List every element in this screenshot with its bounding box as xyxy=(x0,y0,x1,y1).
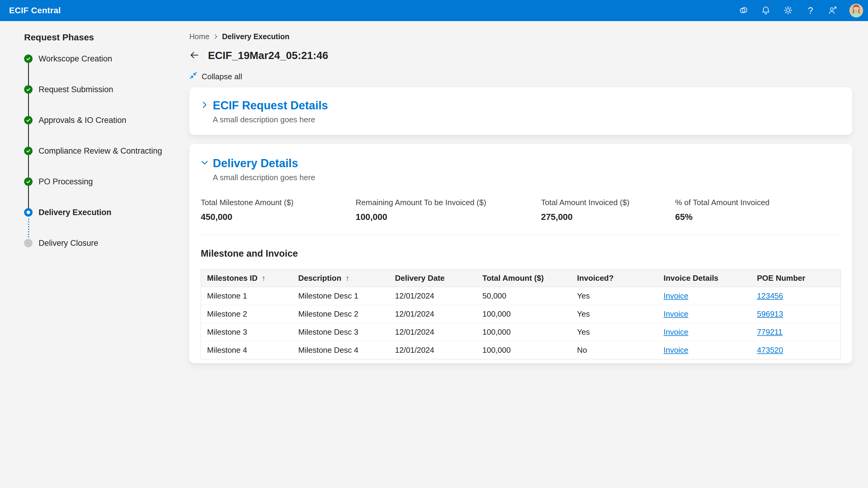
table-row-milestone-4: Milestone 4 Milestone Desc 4 12/01/2024 … xyxy=(201,341,841,359)
breadcrumb: Home Delivery Execution xyxy=(189,21,852,41)
arrow-left-icon xyxy=(189,50,199,61)
column-header-description[interactable]: Description↑ xyxy=(292,270,389,287)
request-phases-sidebar: Request Phases Workscope Creation Reques… xyxy=(0,21,181,258)
breadcrumb-home-link[interactable]: Home xyxy=(189,32,210,41)
delivery-metrics: Total Milestone Amount ($) 450,000 Remai… xyxy=(201,198,841,222)
back-button[interactable] xyxy=(189,50,200,61)
avatar-image xyxy=(849,4,863,18)
collapse-arrows-icon xyxy=(189,71,197,82)
sort-ascending-icon: ↑ xyxy=(346,274,350,282)
chevron-right-icon xyxy=(201,101,209,110)
milestone-table-title: Milestone and Invoice xyxy=(201,248,841,259)
card-subtitle: A small description goes here xyxy=(213,173,841,182)
card-title: ECIF Request Details xyxy=(213,99,328,112)
sort-ascending-icon: ↑ xyxy=(262,274,266,282)
collapse-all-button[interactable]: Collapse all xyxy=(189,72,242,82)
main-content: Home Delivery Execution ECIF_19Mar24_05:… xyxy=(189,21,852,363)
poe-number-link[interactable]: 779211 xyxy=(757,327,783,336)
notifications-button[interactable] xyxy=(760,5,772,16)
milestone-invoice-table: Milestones ID↑ Description↑ Delivery Dat… xyxy=(201,269,841,359)
breadcrumb-current: Delivery Execution xyxy=(222,32,290,41)
page-title: ECIF_19Mar24_05:21:46 xyxy=(208,48,328,63)
step-compliance-review-contracting[interactable]: Compliance Review & Contracting xyxy=(24,135,181,166)
step-completed-check-icon xyxy=(24,177,33,186)
column-header-total-amount: Total Amount ($) xyxy=(476,270,571,287)
copilot-icon xyxy=(739,5,748,16)
table-row-milestone-3: Milestone 3 Milestone Desc 3 12/01/2024 … xyxy=(201,323,841,341)
help-button[interactable]: ? xyxy=(805,5,816,16)
chevron-down-icon xyxy=(201,159,209,168)
step-completed-check-icon xyxy=(24,85,33,94)
help-icon: ? xyxy=(808,6,813,15)
poe-number-link[interactable]: 123456 xyxy=(757,291,783,300)
page-title-row: ECIF_19Mar24_05:21:46 xyxy=(189,48,852,63)
app-title: ECIF Central xyxy=(9,6,61,15)
card-title: Delivery Details xyxy=(213,157,298,170)
metric-total-milestone-amount: Total Milestone Amount ($) 450,000 xyxy=(201,198,355,222)
collapse-all-label: Collapse all xyxy=(202,72,242,82)
invoice-link[interactable]: Invoice xyxy=(664,327,688,336)
column-header-invoice-details: Invoice Details xyxy=(658,270,751,287)
chevron-right-icon xyxy=(213,34,218,39)
step-completed-check-icon xyxy=(24,55,33,63)
column-header-invoiced: Invoiced? xyxy=(571,270,658,287)
step-delivery-execution[interactable]: Delivery Execution xyxy=(24,197,181,228)
ecif-request-details-card: ECIF Request Details A small description… xyxy=(189,87,852,135)
table-row-milestone-2: Milestone 2 Milestone Desc 2 12/01/2024 … xyxy=(201,305,841,323)
step-delivery-closure[interactable]: Delivery Closure xyxy=(24,228,181,258)
column-header-milestones-id[interactable]: Milestones ID↑ xyxy=(201,270,292,287)
step-current-ring-icon xyxy=(24,208,33,217)
account-avatar[interactable] xyxy=(849,4,863,18)
gear-icon xyxy=(783,5,793,16)
delivery-details-header[interactable]: Delivery Details xyxy=(201,157,841,170)
person-arrow-icon xyxy=(828,5,838,16)
settings-button[interactable] xyxy=(782,5,794,16)
step-approvals-io-creation[interactable]: Approvals & IO Creation xyxy=(24,105,181,135)
step-completed-check-icon xyxy=(24,116,33,124)
step-pending-dot-icon xyxy=(24,239,33,247)
step-completed-check-icon xyxy=(24,147,33,155)
delivery-details-card: Delivery Details A small description goe… xyxy=(189,144,852,363)
share-feedback-button[interactable] xyxy=(827,5,838,16)
card-subtitle: A small description goes here xyxy=(213,115,840,124)
invoice-link[interactable]: Invoice xyxy=(664,310,688,318)
top-app-bar: ECIF Central xyxy=(0,0,868,21)
bell-icon xyxy=(761,5,771,16)
step-po-processing[interactable]: PO Processing xyxy=(24,166,181,197)
column-header-poe-number: POE Number xyxy=(751,270,841,287)
sidebar-title: Request Phases xyxy=(24,32,181,43)
metric-total-amount-invoiced: Total Amount Invoiced ($) 275,000 xyxy=(541,198,675,222)
table-header-row: Milestones ID↑ Description↑ Delivery Dat… xyxy=(201,270,841,287)
column-header-delivery-date: Delivery Date xyxy=(389,270,476,287)
metric-percent-invoiced: % of Total Amount Invoiced 65% xyxy=(675,198,841,222)
phase-stepper: Workscope Creation Request Submission Ap… xyxy=(24,43,181,258)
app-window: ECIF Central xyxy=(0,0,868,488)
step-request-submission[interactable]: Request Submission xyxy=(24,74,181,105)
poe-number-link[interactable]: 596913 xyxy=(757,310,783,318)
step-workscope-creation[interactable]: Workscope Creation xyxy=(24,43,181,74)
invoice-link[interactable]: Invoice xyxy=(664,346,688,355)
poe-number-link[interactable]: 473520 xyxy=(757,346,783,355)
copilot-button[interactable] xyxy=(738,5,749,16)
metric-remaining-amount: Remaining Amount To be Invoiced ($) 100,… xyxy=(355,198,541,222)
ecif-request-details-header[interactable]: ECIF Request Details xyxy=(201,99,840,112)
section-divider xyxy=(201,235,841,235)
topbar-actions: ? xyxy=(738,4,863,18)
invoice-link[interactable]: Invoice xyxy=(664,291,688,300)
table-row-milestone-1: Milestone 1 Milestone Desc 1 12/01/2024 … xyxy=(201,287,841,305)
